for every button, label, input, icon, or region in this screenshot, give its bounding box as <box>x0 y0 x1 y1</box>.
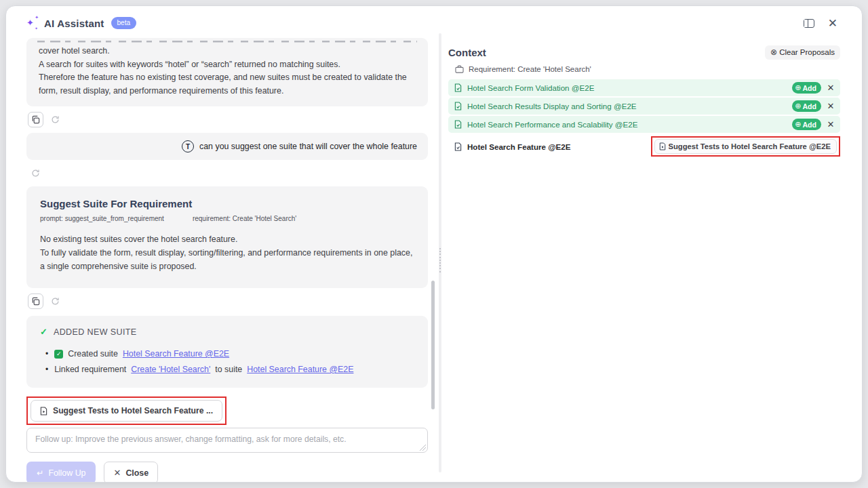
success-check-icon: ✓ <box>40 327 47 337</box>
requirement-meta: requirement: Create 'Hotel Search' <box>193 215 296 222</box>
toggle-panel-icon[interactable] <box>804 19 814 28</box>
requirement-row: Requirement: Create 'Hotel Search' <box>455 65 840 73</box>
copy-icon[interactable] <box>28 293 43 309</box>
tool-card-body: No existing test suites cover the hotel … <box>40 232 414 273</box>
suite-added-card: ✓ ADDED NEW SUITE • ✓ Created suite Hote… <box>26 316 428 388</box>
proposal-list: Hotel Search Form Validation @E2E ⊕ Add … <box>448 79 840 133</box>
tool-result-card: Suggest Suite For Requirement prompt: su… <box>26 186 428 288</box>
green-check-icon: ✓ <box>54 350 63 359</box>
regenerate-icon[interactable] <box>47 112 63 127</box>
suite-link[interactable]: Hotel Search Feature @E2E <box>247 365 353 374</box>
beta-badge: beta <box>111 17 136 29</box>
suite-file-icon <box>454 142 462 151</box>
sparkles-icon: ✦✦✦ <box>26 17 39 29</box>
dismiss-proposal-icon[interactable]: ✕ <box>824 118 837 131</box>
message-actions <box>28 112 428 127</box>
proposal-row: Hotel Search Results Display and Sorting… <box>448 98 840 115</box>
message-actions <box>28 293 428 309</box>
chat-pane: cover hotel search. A search for suites … <box>26 38 428 483</box>
created-suite-item: • ✓ Created suite Hotel Search Feature @… <box>40 349 414 359</box>
suite-link[interactable]: Hotel Search Feature @E2E <box>123 349 229 359</box>
user-message-text: can you suggest one suite that will cove… <box>199 142 417 151</box>
suite-file-icon <box>454 102 462 110</box>
followup-area <box>26 428 428 453</box>
context-title: Context <box>448 47 486 58</box>
tool-card-title: Suggest Suite For Requirement <box>40 198 414 209</box>
suite-context-row: Hotel Search Feature @E2E Suggest Tests … <box>448 136 840 157</box>
run-prompt-icon <box>40 407 47 415</box>
prompt-meta: prompt: suggest_suite_from_requirement <box>40 215 164 222</box>
ai-assistant-dialog: ✦✦✦ AI Assistant beta ✕ cover hotel sear… <box>5 5 863 483</box>
circle-x-icon: ⊗ <box>770 47 777 57</box>
clear-proposals-button[interactable]: ⊗ Clear Proposals <box>765 45 840 60</box>
requirement-label: Requirement: Create 'Hotel Search' <box>469 65 591 73</box>
regenerate-icon[interactable] <box>28 165 43 181</box>
plus-circle-icon: ⊕ <box>795 120 801 129</box>
proposal-row: Hotel Search Performance and Scalability… <box>448 116 840 133</box>
close-button[interactable]: ✕ Close <box>104 462 158 483</box>
dialog-title: AI Assistant <box>44 18 104 29</box>
clipped-text-line <box>37 39 417 43</box>
add-proposal-button[interactable]: ⊕ Add <box>792 119 821 130</box>
proposal-row: Hotel Search Form Validation @E2E ⊕ Add … <box>448 79 840 96</box>
tool-card-meta: prompt: suggest_suite_from_requirement r… <box>40 215 414 222</box>
linked-requirement-item: • Linked requirement Create 'Hotel Searc… <box>40 365 414 374</box>
dismiss-proposal-icon[interactable]: ✕ <box>824 81 837 95</box>
status-label: ADDED NEW SUITE <box>54 327 137 337</box>
briefcase-icon <box>455 65 464 73</box>
follow-up-button[interactable]: ↵ Follow Up <box>26 462 96 483</box>
message-actions <box>28 165 428 181</box>
suite-label: Hotel Search Feature @E2E <box>467 142 570 151</box>
suggest-tests-context-chip[interactable]: Suggest Tests to Hotel Search Feature @E… <box>654 139 837 154</box>
suite-file-icon <box>454 120 462 129</box>
assistant-message-text: cover hotel search. A search for suites … <box>39 45 416 98</box>
add-proposal-button[interactable]: ⊕ Add <box>792 100 821 112</box>
user-message: T can you suggest one suite that will co… <box>26 133 428 160</box>
regenerate-icon[interactable] <box>47 293 63 309</box>
annotation-box: Suggest Tests to Hotel Search Feature ..… <box>26 396 226 425</box>
requirement-link[interactable]: Create 'Hotel Search' <box>131 365 210 374</box>
context-pane: Context ⊗ Clear Proposals Requirement: C… <box>448 45 840 157</box>
suggest-tests-chip[interactable]: Suggest Tests to Hotel Search Feature ..… <box>31 400 222 422</box>
dialog-header: ✦✦✦ AI Assistant beta ✕ <box>6 6 862 40</box>
dismiss-proposal-icon[interactable]: ✕ <box>824 100 837 113</box>
user-avatar: T <box>182 140 194 152</box>
close-dialog-icon[interactable]: ✕ <box>828 18 837 29</box>
close-icon: ✕ <box>113 468 121 478</box>
annotation-box: Suggest Tests to Hotel Search Feature @E… <box>651 136 841 157</box>
assistant-message: cover hotel search. A search for suites … <box>26 38 428 106</box>
chat-scrollbar[interactable] <box>431 281 435 409</box>
enter-icon: ↵ <box>37 468 43 478</box>
plus-circle-icon: ⊕ <box>795 83 801 92</box>
followup-input[interactable] <box>26 428 428 453</box>
suite-file-icon <box>454 83 462 92</box>
copy-icon[interactable] <box>28 112 43 127</box>
plus-circle-icon: ⊕ <box>795 102 801 110</box>
add-proposal-button[interactable]: ⊕ Add <box>792 82 821 94</box>
divider-grip-icon[interactable] <box>439 248 441 272</box>
run-prompt-icon <box>659 142 666 150</box>
